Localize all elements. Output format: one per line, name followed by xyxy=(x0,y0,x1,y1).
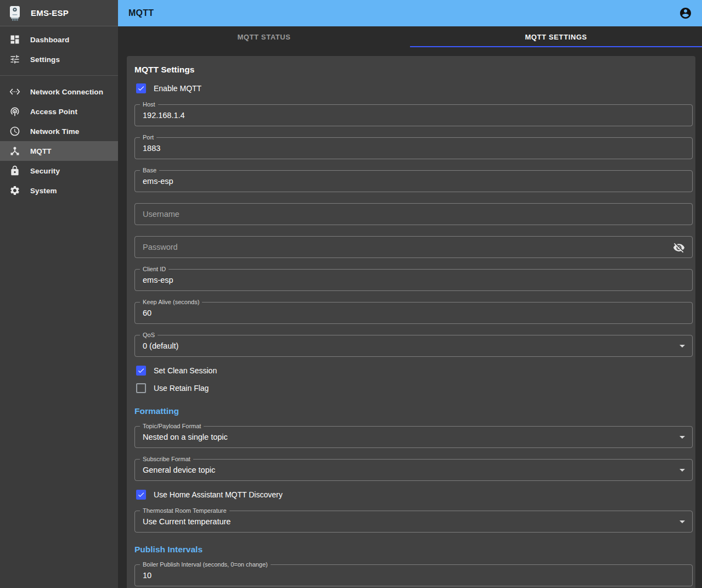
sidebar-item-security[interactable]: Security xyxy=(0,161,118,181)
checkbox-label: Use Home Assistant MQTT Discovery xyxy=(154,490,283,499)
host-input[interactable] xyxy=(135,105,692,126)
sidebar-nav-secondary: Network Connection Access Point Network … xyxy=(0,79,118,204)
sidebar-item-system[interactable]: System xyxy=(0,181,118,200)
base-field[interactable]: Base xyxy=(134,170,693,192)
device-hub-icon xyxy=(9,145,21,157)
tabbar: MQTT STATUS MQTT SETTINGS xyxy=(118,26,702,47)
ha-discovery-checkbox[interactable]: Use Home Assistant MQTT Discovery xyxy=(134,489,693,501)
sidebar-item-network-connection[interactable]: Network Connection xyxy=(0,82,118,102)
dropdown-arrow-icon xyxy=(679,520,685,523)
checkbox-label: Enable MQTT xyxy=(154,84,201,93)
username-field[interactable] xyxy=(134,203,693,225)
active-tab-indicator xyxy=(410,46,702,47)
set-clean-session-checkbox[interactable]: Set Clean Session xyxy=(134,365,693,377)
password-input[interactable] xyxy=(135,237,692,257)
port-input[interactable] xyxy=(135,138,692,159)
checkbox-icon xyxy=(136,490,146,500)
sidebar-item-label: Settings xyxy=(30,55,60,64)
sidebar-item-label: System xyxy=(30,187,57,195)
tab-label: MQTT SETTINGS xyxy=(525,33,587,41)
password-field[interactable] xyxy=(134,236,693,258)
ems-esp-logo-icon xyxy=(8,5,22,21)
sidebar-nav-primary: Dashboard Settings xyxy=(0,26,118,72)
field-label: Host xyxy=(140,101,158,108)
clock-icon xyxy=(9,125,21,137)
visibility-off-icon xyxy=(673,242,685,254)
app-title: EMS-ESP xyxy=(31,8,69,18)
card-title: MQTT Settings xyxy=(134,65,693,75)
tab-label: MQTT STATUS xyxy=(237,33,290,41)
checkbox-label: Use Retain Flag xyxy=(154,384,209,393)
ems-esp-app: EMS-ESP Dashboard Settings xyxy=(0,0,702,588)
page-title: MQTT xyxy=(128,8,154,18)
sidebar-item-dashboard[interactable]: Dashboard xyxy=(0,30,118,49)
ethernet-icon xyxy=(9,86,21,98)
boiler-publish-interval-field[interactable]: Boiler Publish Interval (seconds, 0=on c… xyxy=(134,564,693,586)
main-area: MQTT MQTT STATUS MQTT SETTINGS MQTT Sett… xyxy=(118,0,702,588)
topic-payload-format-select[interactable]: Topic/Payload Format Nested on a single … xyxy=(134,426,693,448)
sidebar-item-label: Access Point xyxy=(30,108,77,116)
sidebar: EMS-ESP Dashboard Settings xyxy=(0,0,118,588)
tab-mqtt-status[interactable]: MQTT STATUS xyxy=(118,26,410,47)
sidebar-item-label: Dashboard xyxy=(30,36,69,44)
appbar: MQTT xyxy=(118,0,702,26)
base-input[interactable] xyxy=(135,171,692,192)
field-label: Subscribe Format xyxy=(140,456,193,463)
sidebar-item-access-point[interactable]: Access Point xyxy=(0,102,118,121)
sidebar-item-label: MQTT xyxy=(30,147,52,155)
topic-payload-format-selected-value: Nested on a single topic xyxy=(135,433,235,441)
sidebar-item-network-time[interactable]: Network Time xyxy=(0,121,118,141)
sidebar-item-settings[interactable]: Settings xyxy=(0,49,118,69)
account-circle-icon xyxy=(679,7,692,20)
checkbox-icon xyxy=(136,366,146,376)
sidebar-header: EMS-ESP xyxy=(0,0,118,26)
field-label: Thermostat Room Temperature xyxy=(140,507,229,514)
subscribe-format-select[interactable]: Subscribe Format General device topic xyxy=(134,459,693,481)
tune-icon xyxy=(9,53,21,65)
toggle-password-visibility-button[interactable] xyxy=(672,241,686,254)
sidebar-divider xyxy=(0,75,118,76)
lock-icon xyxy=(9,165,21,177)
field-label: QoS xyxy=(140,332,158,339)
tab-mqtt-settings[interactable]: MQTT SETTINGS xyxy=(410,26,702,47)
account-button[interactable] xyxy=(678,5,693,21)
host-field[interactable]: Host xyxy=(134,104,693,126)
checkbox-icon xyxy=(136,383,146,393)
field-label: Boiler Publish Interval (seconds, 0=on c… xyxy=(140,561,271,568)
wifi-tethering-icon xyxy=(9,105,21,117)
sidebar-item-label: Network Time xyxy=(30,127,79,136)
field-label: Client ID xyxy=(140,266,169,273)
checkbox-icon xyxy=(136,83,146,93)
thermostat-room-temperature-select[interactable]: Thermostat Room Temperature Use Current … xyxy=(134,511,693,533)
sidebar-item-label: Security xyxy=(30,167,60,175)
field-label: Topic/Payload Format xyxy=(140,423,204,430)
publish-intervals-section-title: Publish Intervals xyxy=(134,545,693,555)
dropdown-arrow-icon xyxy=(679,469,685,472)
thermostat-room-temperature-selected-value: Use Current temperature xyxy=(135,517,238,526)
sidebar-item-mqtt[interactable]: MQTT xyxy=(0,141,118,161)
mqtt-settings-card: MQTT Settings Enable MQTT Host Port Base xyxy=(127,56,695,588)
port-field[interactable]: Port xyxy=(134,137,693,159)
content-scroll-area: MQTT Settings Enable MQTT Host Port Base xyxy=(118,47,702,588)
dashboard-icon xyxy=(9,33,21,46)
gear-icon xyxy=(9,184,21,197)
sidebar-item-label: Network Connection xyxy=(30,88,103,96)
formatting-section-title: Formatting xyxy=(134,406,693,416)
qos-selected-value: 0 (default) xyxy=(135,341,186,350)
subscribe-format-selected-value: General device topic xyxy=(135,466,223,474)
qos-select[interactable]: QoS 0 (default) xyxy=(134,335,693,357)
keep-alive-input[interactable] xyxy=(135,303,692,323)
use-retain-flag-checkbox[interactable]: Use Retain Flag xyxy=(134,382,693,394)
dropdown-arrow-icon xyxy=(679,345,685,348)
client-id-field[interactable]: Client ID xyxy=(134,269,693,291)
checkbox-label: Set Clean Session xyxy=(154,366,217,375)
enable-mqtt-checkbox[interactable]: Enable MQTT xyxy=(134,82,693,94)
client-id-input[interactable] xyxy=(135,270,692,290)
field-label: Base xyxy=(140,167,159,174)
keep-alive-field[interactable]: Keep Alive (seconds) xyxy=(134,302,693,324)
dropdown-arrow-icon xyxy=(679,436,685,439)
field-label: Keep Alive (seconds) xyxy=(140,299,202,306)
field-label: Port xyxy=(140,134,156,141)
username-input[interactable] xyxy=(135,204,692,225)
